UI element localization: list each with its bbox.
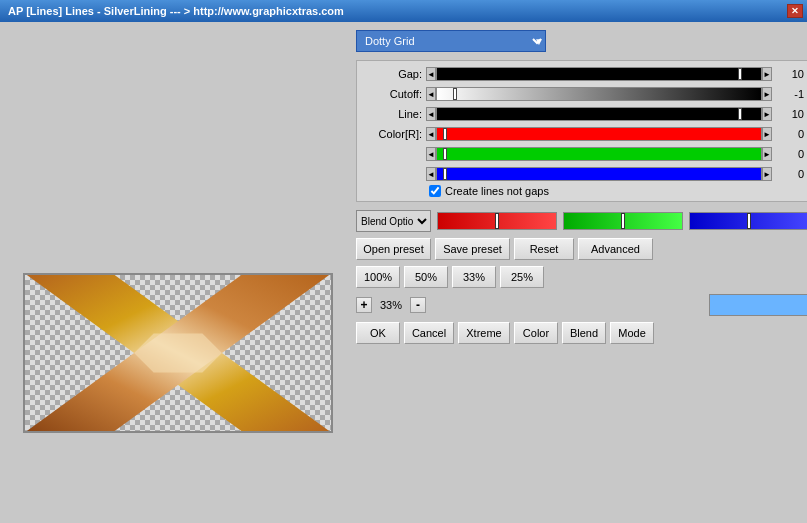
blend-button[interactable]: Blend: [562, 322, 606, 344]
line-right-arrow[interactable]: ►: [762, 107, 772, 121]
color-button[interactable]: Color: [514, 322, 558, 344]
xtreme-button[interactable]: Xtreme: [458, 322, 510, 344]
left-panel: [8, 30, 348, 515]
pct-25-button[interactable]: 25%: [500, 266, 544, 288]
advanced-button[interactable]: Advanced: [578, 238, 653, 260]
blend-red-thumb[interactable]: [495, 213, 499, 229]
color-g-right-arrow[interactable]: ►: [762, 147, 772, 161]
gap-right-arrow[interactable]: ►: [762, 67, 772, 81]
gap-label: Gap:: [361, 68, 426, 80]
save-preset-button[interactable]: Save preset: [435, 238, 510, 260]
blend-red-slider[interactable]: [437, 212, 557, 230]
line-thumb[interactable]: [738, 108, 742, 120]
blend-blue-thumb[interactable]: [747, 213, 751, 229]
title-bar-text: AP [Lines] Lines - SilverLining --- > ht…: [8, 5, 344, 17]
color-r-thumb[interactable]: [443, 128, 447, 140]
pct-100-button[interactable]: 100%: [356, 266, 400, 288]
gap-track-fill: [437, 68, 761, 80]
line-left-arrow[interactable]: ◄: [426, 107, 436, 121]
color-g-thumb[interactable]: [443, 148, 447, 160]
right-panel: Dotty Grid ▼ Gap: ◄ ► 10 Cutoff: ◄: [356, 30, 807, 515]
open-preset-button[interactable]: Open preset: [356, 238, 431, 260]
preset-dropdown-row: Dotty Grid ▼: [356, 30, 807, 52]
line-label: Line:: [361, 108, 426, 120]
blend-row: Blend Optio: [356, 210, 807, 232]
cancel-button[interactable]: Cancel: [404, 322, 454, 344]
zoom-row: + 33% -: [356, 294, 807, 316]
checkbox-row: Create lines not gaps: [429, 185, 804, 197]
line-black-square: [439, 109, 451, 121]
line-track[interactable]: [436, 107, 762, 121]
blend-blue-slider[interactable]: [689, 212, 807, 230]
main-content: Dotty Grid ▼ Gap: ◄ ► 10 Cutoff: ◄: [0, 22, 807, 523]
cutoff-track-fill: [437, 88, 761, 100]
slider-row-color-b: ◄ ► 0: [361, 165, 804, 183]
zoom-out-button[interactable]: -: [410, 297, 426, 313]
color-g-fill: [437, 148, 761, 160]
blend-green-thumb[interactable]: [621, 213, 625, 229]
gap-left-arrow[interactable]: ◄: [426, 67, 436, 81]
slider-row-line: Line: ◄ ► 10: [361, 105, 804, 123]
cutoff-value: -1: [776, 88, 804, 100]
title-bar-buttons: ✕: [787, 4, 803, 18]
zoom-in-button[interactable]: +: [356, 297, 372, 313]
pct-50-button[interactable]: 50%: [404, 266, 448, 288]
gap-value: 10: [776, 68, 804, 80]
blend-dropdown[interactable]: Blend Optio: [356, 210, 431, 232]
ok-button[interactable]: OK: [356, 322, 400, 344]
dropdown-wrapper[interactable]: Dotty Grid ▼: [356, 30, 546, 52]
gap-thumb[interactable]: [738, 68, 742, 80]
color-preview-box: [709, 294, 807, 316]
color-g-track[interactable]: [436, 147, 762, 161]
color-r-fill: [437, 128, 761, 140]
slider-section: Gap: ◄ ► 10 Cutoff: ◄ ► -1: [356, 60, 807, 202]
color-b-value: 0: [776, 168, 804, 180]
color-b-thumb[interactable]: [443, 168, 447, 180]
slider-row-color-g: ◄ ► 0: [361, 145, 804, 163]
gap-track[interactable]: [436, 67, 762, 81]
cutoff-thumb[interactable]: [453, 88, 457, 100]
close-button[interactable]: ✕: [787, 4, 803, 18]
preset-dropdown[interactable]: Dotty Grid: [356, 30, 546, 52]
preview-canvas: [23, 273, 333, 433]
zoom-value: 33%: [376, 299, 406, 311]
color-r-right-arrow[interactable]: ►: [762, 127, 772, 141]
cutoff-right-arrow[interactable]: ►: [762, 87, 772, 101]
line-track-fill: [437, 108, 761, 120]
color-r-left-arrow[interactable]: ◄: [426, 127, 436, 141]
preset-buttons-row: Open preset Save preset Reset Advanced: [356, 238, 807, 260]
create-lines-checkbox[interactable]: [429, 185, 441, 197]
mode-button[interactable]: Mode: [610, 322, 654, 344]
preview-image: [25, 275, 331, 431]
color-r-value: 0: [776, 128, 804, 140]
slider-row-color-r: Color[R]: ◄ ► 0: [361, 125, 804, 143]
cutoff-label: Cutoff:: [361, 88, 426, 100]
slider-row-cutoff: Cutoff: ◄ ► -1: [361, 85, 804, 103]
percent-buttons-row: 100% 50% 33% 25%: [356, 266, 807, 288]
color-b-fill: [437, 168, 761, 180]
color-g-left-arrow[interactable]: ◄: [426, 147, 436, 161]
color-r-track[interactable]: [436, 127, 762, 141]
line-value: 10: [776, 108, 804, 120]
color-b-track[interactable]: [436, 167, 762, 181]
slider-row-gap: Gap: ◄ ► 10: [361, 65, 804, 83]
pct-33-button[interactable]: 33%: [452, 266, 496, 288]
color-r-label: Color[R]:: [361, 128, 426, 140]
bottom-buttons-row: OK Cancel Xtreme Color Blend Mode: [356, 322, 807, 344]
create-lines-label: Create lines not gaps: [445, 185, 549, 197]
blend-green-slider[interactable]: [563, 212, 683, 230]
cutoff-track[interactable]: [436, 87, 762, 101]
cutoff-left-arrow[interactable]: ◄: [426, 87, 436, 101]
color-b-left-arrow[interactable]: ◄: [426, 167, 436, 181]
title-bar: AP [Lines] Lines - SilverLining --- > ht…: [0, 0, 807, 22]
color-g-value: 0: [776, 148, 804, 160]
reset-button[interactable]: Reset: [514, 238, 574, 260]
color-b-right-arrow[interactable]: ►: [762, 167, 772, 181]
